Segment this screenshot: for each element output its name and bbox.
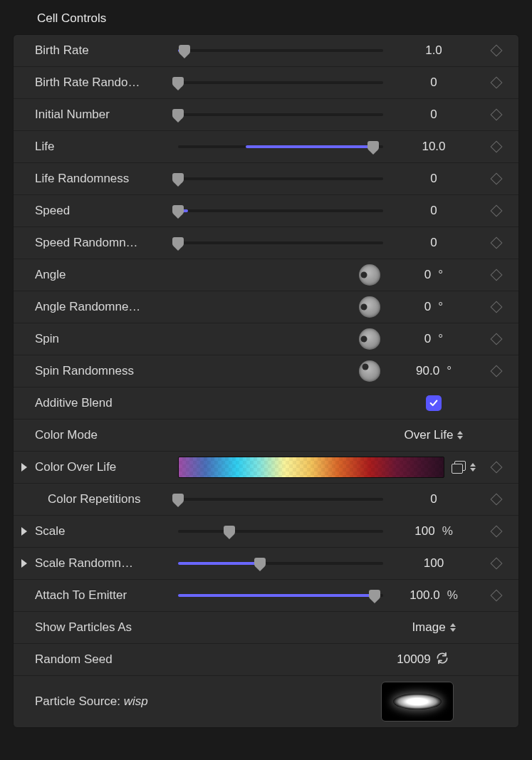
value-life[interactable]: 10.0 (387, 140, 480, 154)
keyframe-icon[interactable] (491, 558, 503, 570)
label-scale-randomness: Scale Randomn… (35, 556, 174, 571)
row-show-particles-as: Show Particles As Image (14, 612, 518, 644)
row-particle-source: Particle Source: wisp (14, 676, 518, 727)
row-spin-randomness: Spin Randomness 90.0° (14, 355, 518, 387)
keyframe-icon[interactable] (491, 237, 503, 249)
slider-life-randomness[interactable] (178, 163, 383, 194)
dropdown-show-particles-as[interactable]: Image (387, 620, 480, 635)
dial-angle-randomness[interactable] (359, 296, 380, 318)
label-color-repetitions: Color Repetitions (35, 492, 174, 506)
keyframe-icon[interactable] (491, 333, 503, 345)
check-icon (429, 398, 439, 408)
dropdown-color-mode[interactable]: Over Life (387, 428, 480, 442)
label-color-mode: Color Mode (35, 428, 174, 442)
keyframe-icon[interactable] (491, 269, 503, 281)
chevron-up-down-icon (470, 463, 476, 472)
disclosure-triangle-icon[interactable] (21, 463, 27, 472)
keyframe-icon[interactable] (491, 365, 503, 378)
keyframe-icon[interactable] (491, 205, 503, 217)
label-spin-randomness: Spin Randomness (35, 364, 174, 378)
slider-birth-rate[interactable] (178, 35, 383, 66)
value-birth-rate-randomness[interactable]: 0 (387, 76, 480, 90)
row-spin: Spin 0° (14, 323, 518, 355)
row-color-mode: Color Mode Over Life (14, 420, 518, 452)
cell-controls-panel: Cell Controls Birth Rate 1.0 Birth Rate … (0, 0, 532, 742)
keyframe-icon[interactable] (491, 109, 503, 121)
value-angle[interactable]: 0° (387, 268, 480, 282)
value-speed-randomness[interactable]: 0 (387, 236, 480, 250)
value-spin[interactable]: 0° (387, 332, 480, 346)
row-speed: Speed 0 (14, 195, 518, 227)
refresh-icon (435, 651, 449, 665)
row-scale: Scale 100% (14, 516, 518, 548)
keyframe-icon[interactable] (491, 462, 503, 474)
swatch-stack-icon (452, 461, 466, 474)
value-angle-randomness[interactable]: 0° (387, 300, 480, 314)
keyframe-icon[interactable] (491, 590, 503, 602)
keyframe-icon[interactable] (491, 301, 503, 313)
refresh-button[interactable] (435, 651, 449, 669)
label-color-over-life: Color Over Life (35, 460, 174, 474)
row-angle-randomness: Angle Randomne… 0° (14, 291, 518, 323)
value-random-seed[interactable]: 10009 (397, 652, 430, 667)
keyframe-icon[interactable] (491, 526, 503, 538)
slider-initial-number[interactable] (178, 99, 383, 130)
row-angle: Angle 0° (14, 259, 518, 291)
chevron-up-down-icon (450, 623, 456, 632)
disclosure-triangle-icon[interactable] (21, 559, 27, 568)
keyframe-icon[interactable] (491, 77, 503, 89)
value-scale[interactable]: 100% (387, 524, 480, 538)
label-speed-randomness: Speed Randomn… (35, 236, 174, 250)
gradient-tools[interactable] (444, 461, 476, 474)
label-birth-rate: Birth Rate (35, 43, 174, 58)
dial-spin[interactable] (359, 328, 380, 350)
label-scale: Scale (35, 524, 174, 538)
dial-angle[interactable] (359, 264, 380, 286)
value-speed[interactable]: 0 (387, 204, 480, 218)
row-random-seed: Random Seed 10009 (14, 644, 518, 676)
value-birth-rate[interactable]: 1.0 (387, 43, 480, 58)
slider-attach-to-emitter[interactable] (178, 580, 383, 611)
dial-spin-randomness[interactable] (359, 360, 380, 382)
row-birth-rate: Birth Rate 1.0 (14, 35, 518, 67)
checkbox-additive-blend[interactable] (426, 395, 442, 411)
row-color-repetitions: Color Repetitions 0 (14, 484, 518, 516)
value-color-repetitions[interactable]: 0 (387, 492, 480, 506)
wisp-thumbnail (393, 694, 442, 709)
slider-birth-rate-randomness[interactable] (178, 67, 383, 98)
row-speed-randomness: Speed Randomn… 0 (14, 227, 518, 259)
keyframe-icon[interactable] (491, 173, 503, 185)
row-additive-blend: Additive Blend (14, 387, 518, 420)
value-attach-to-emitter[interactable]: 100.0% (387, 588, 480, 603)
label-speed: Speed (35, 204, 174, 218)
value-spin-randomness[interactable]: 90.0° (387, 364, 480, 378)
slider-speed-randomness[interactable] (178, 227, 383, 259)
label-angle-randomness: Angle Randomne… (35, 300, 174, 314)
slider-life[interactable] (178, 131, 383, 162)
label-life-randomness: Life Randomness (35, 172, 174, 186)
slider-scale-randomness[interactable] (178, 548, 383, 579)
disclosure-triangle-icon[interactable] (21, 527, 27, 536)
row-attach-to-emitter: Attach To Emitter 100.0% (14, 580, 518, 612)
gradient-editor[interactable] (178, 457, 444, 478)
value-scale-randomness[interactable]: 100 (387, 556, 480, 571)
label-random-seed: Random Seed (35, 652, 174, 667)
keyframe-icon[interactable] (491, 45, 503, 57)
slider-color-repetitions[interactable] (178, 484, 383, 515)
keyframe-icon[interactable] (491, 141, 503, 153)
keyframe-icon[interactable] (491, 494, 503, 506)
row-life-randomness: Life Randomness 0 (14, 163, 518, 195)
value-life-randomness[interactable]: 0 (387, 172, 480, 186)
section-title: Cell Controls (13, 7, 519, 34)
parameter-group: Birth Rate 1.0 Birth Rate Rando… 0 (13, 34, 519, 728)
particle-source-well[interactable] (381, 682, 454, 722)
value-initial-number[interactable]: 0 (387, 108, 480, 122)
row-scale-randomness: Scale Randomn… 100 (14, 548, 518, 580)
slider-speed[interactable] (178, 195, 383, 227)
slider-scale[interactable] (178, 516, 383, 547)
label-life: Life (35, 140, 174, 154)
label-particle-source: Particle Source: wisp (35, 694, 174, 709)
label-show-particles-as: Show Particles As (35, 620, 174, 635)
label-spin: Spin (35, 332, 174, 346)
row-initial-number: Initial Number 0 (14, 99, 518, 131)
